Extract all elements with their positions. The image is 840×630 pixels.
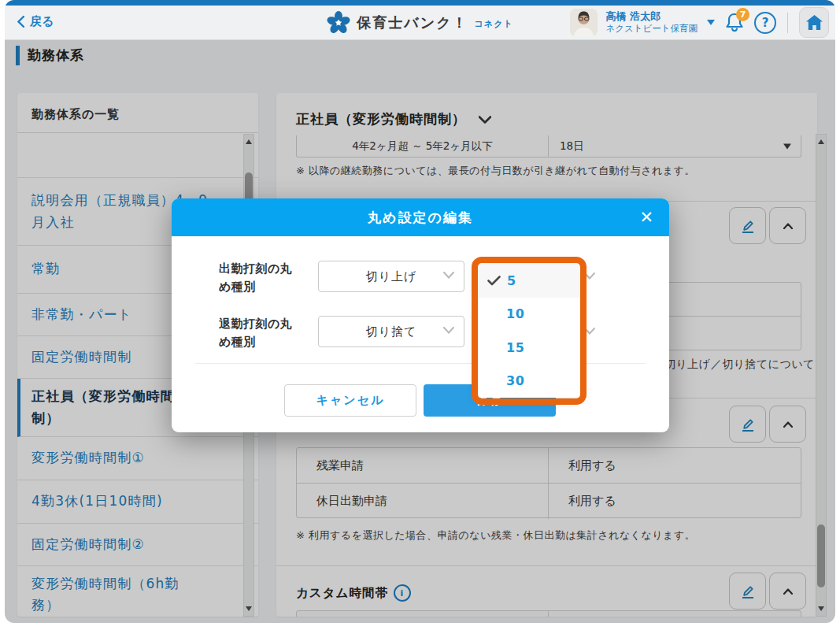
dropdown-option-label: 30 [506,373,524,388]
user-avatar[interactable] [570,9,598,36]
app-window: 戻る 保育士バンク！ コネクト [5,0,835,623]
notifications-button[interactable]: 7 [724,11,746,35]
rounding-settings-modal: 丸め設定の編集 ✕ 出勤打刻の丸め種別 切り上げ 退勤打刻の丸め種別 切り捨て … [172,198,669,432]
cancel-button[interactable]: キャンセル [284,384,416,417]
dropdown-option[interactable]: 15 [478,331,580,365]
help-button[interactable]: ? [754,12,776,34]
header-divider [787,13,788,33]
logo-subtext: コネクト [475,18,513,30]
chevron-down-icon [443,327,454,334]
clock-in-rounding-select[interactable]: 切り上げ [318,261,464,292]
close-icon[interactable]: ✕ [636,206,657,229]
home-icon [806,15,823,30]
user-menu-caret-icon[interactable] [707,20,715,25]
modal-title: 丸め設定の編集 [368,209,473,227]
top-accent-bar [5,0,835,6]
chevron-down-icon [584,328,595,335]
sakura-flower-icon [327,11,350,35]
dropdown-option-label: 10 [506,306,524,321]
modal-header: 丸め設定の編集 ✕ [172,198,669,236]
chevron-down-icon [443,272,454,279]
clock-out-rounding-label: 退勤打刻の丸め種別 [219,315,301,352]
header-user-area: 高橋 浩太郎 ネクストビート保育園 7 ? [570,6,829,39]
dropdown-option-label: 15 [506,340,524,355]
screen: 戻る 保育士バンク！ コネクト [0,0,840,630]
user-info[interactable]: 高橋 浩太郎 ネクストビート保育園 [605,10,698,35]
user-name: 高橋 浩太郎 [605,10,698,23]
dropdown-option[interactable]: 10 [478,298,580,332]
notification-count-badge: 7 [736,8,749,21]
user-organization: ネクストビート保育園 [605,23,698,34]
clock-in-rounding-label: 出勤打刻の丸め種別 [219,260,301,297]
dropdown-option[interactable]: 5 [478,264,580,298]
app-header: 戻る 保育士バンク！ コネクト [5,6,835,40]
home-button[interactable] [799,7,829,38]
dropdown-option[interactable]: 30 [478,365,580,398]
clock-out-rounding-select[interactable]: 切り捨て [318,316,464,347]
checkmark-icon [487,276,501,286]
dropdown-option-label: 5 [507,273,516,288]
logo-text: 保育士バンク！ [357,13,468,32]
chevron-down-icon [584,272,595,280]
rounding-unit-dropdown: 5101530 [478,264,580,398]
